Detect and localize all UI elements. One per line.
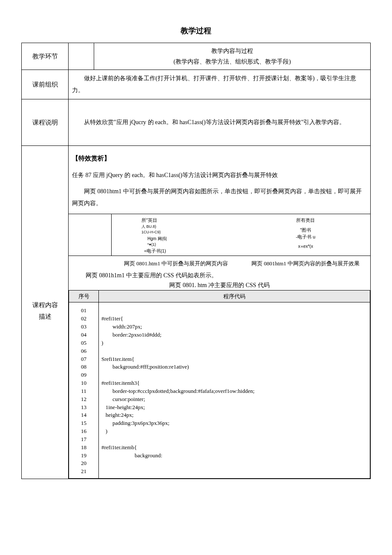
sub-note: 网页 0801h1m1 中主要应用的 CSS 代码如表所示。 bbox=[86, 271, 370, 280]
caption-right: 网页 0801htm1 中网页内容的折叠与展开效果 bbox=[241, 259, 370, 268]
content-label-line1: 课程内容 bbox=[25, 299, 65, 311]
fig-r-3: -电子书 u bbox=[245, 233, 366, 241]
figure-content: 所"英目 人 BU.8) 1CU-H-C9) Hgm 网(6| *●(1) ÷电… bbox=[112, 214, 370, 256]
task-line: 任务 87 应用 jQuery 的 each。和 hasC1ass()等方法设计… bbox=[72, 169, 367, 181]
fig-l-3: 1CU-H-C9) bbox=[141, 230, 237, 235]
fig-l-1: 所"英目 bbox=[141, 217, 237, 224]
pre-class-text: 做好上课前的各项准备工作(打开计算机、打开课件、打开软件、打开授课计划、教案等)… bbox=[72, 73, 367, 96]
caption-row: 网页 0801.htm1 中可折叠与展开的网页内容 网页 0801htm1 中网… bbox=[69, 259, 370, 268]
header-line2: (教学内容、教学方法、组织形式、教学手段) bbox=[98, 56, 367, 67]
content-label: 课程内容 描述 bbox=[22, 146, 69, 479]
header-col1: 教学环节 bbox=[22, 43, 69, 70]
caption-left: 网页 0801.htm1 中可折叠与展开的网页内容 bbox=[111, 259, 241, 268]
header-row: 教学环节 教学内容与过程 (教学内容、教学方法、组织形式、教学手段) bbox=[22, 43, 371, 70]
content-label-line2: 描述 bbox=[25, 311, 65, 323]
code-th-num: 序号 bbox=[69, 291, 99, 302]
figure-spacer bbox=[69, 214, 112, 256]
page-title: 教学过程 bbox=[21, 26, 371, 36]
fig-r-4: x∝ex*(x bbox=[245, 243, 366, 250]
figure-block: 所"英目 人 BU.8) 1CU-H-C9) Hgm 网(6| *●(1) ÷电… bbox=[69, 214, 370, 256]
figure-right: 所有类目 "图书 -电子书 u x∝ex*(x bbox=[241, 216, 371, 256]
fig-r-1: 所有类目 bbox=[245, 217, 366, 224]
code-table: 序号 程序代码 01 02 03 04 05 06 07 08 09 10 11… bbox=[69, 290, 370, 479]
code-th-code: 程序代码 bbox=[99, 291, 370, 302]
course-desc-text: 从特效欣赏"应用 jQucry 的 each。和 hasC1ass()等方法设计… bbox=[72, 116, 367, 128]
pre-class-label: 课前组织 bbox=[22, 70, 69, 99]
figure-left: 所"英目 人 BU.8) 1CU-H-C9) Hgm 网(6| *●(1) ÷电… bbox=[112, 216, 241, 256]
header-col2: 教学内容与过程 (教学内容、教学方法、组织形式、教学手段) bbox=[94, 43, 371, 70]
lesson-table: 教学环节 教学内容与过程 (教学内容、教学方法、组织形式、教学手段) 课前组织 … bbox=[21, 43, 371, 479]
row-pre-class: 课前组织 做好上课前的各项准备工作(打开计算机、打开课件、打开软件、打开授课计划… bbox=[22, 70, 371, 99]
fig-l-2: 人 BU.8) bbox=[141, 224, 237, 230]
figure-columns: 所"英目 人 BU.8) 1CU-H-C9) Hgm 网(6| *●(1) ÷电… bbox=[112, 216, 370, 256]
row-course-desc: 课程说明 从特效欣赏"应用 jQucry 的 each。和 hasC1ass()… bbox=[22, 99, 371, 146]
row-content: 课程内容 描述 【特效赏析】 任务 87 应用 jQuery 的 each。和 … bbox=[22, 146, 371, 479]
course-desc-label: 课程说明 bbox=[22, 99, 69, 146]
header-spacer bbox=[69, 43, 94, 70]
content-cell: 【特效赏析】 任务 87 应用 jQuery 的 each。和 hasC1ass… bbox=[69, 146, 371, 479]
pre-class-cell: 做好上课前的各项准备工作(打开计算机、打开课件、打开软件、打开授课计划、教案等)… bbox=[69, 70, 371, 99]
code-nums: 01 02 03 04 05 06 07 08 09 10 11 12 13 1… bbox=[69, 302, 99, 479]
course-desc-cell: 从特效欣赏"应用 jQucry 的 each。和 hasC1ass()等方法设计… bbox=[69, 99, 371, 146]
fig-l-6: ÷电子书|1) bbox=[141, 247, 237, 255]
effect-heading: 【特效赏析】 bbox=[72, 153, 367, 164]
content-para1: 网页 0801htm1 中可折叠与展开的网页内容如图所示，单击按钮，即可折叠网页… bbox=[72, 186, 367, 209]
header-line1: 教学内容与过程 bbox=[98, 46, 367, 56]
fig-l-5: *●(1) bbox=[141, 242, 237, 248]
code-body: #refi1ter{ width:207px; border:2pxso1id#… bbox=[99, 302, 370, 479]
fig-l-4: Hgm 网(6| bbox=[141, 235, 237, 242]
fig-r-2: "图书 bbox=[245, 227, 366, 234]
sub-note-center: 网页 0801. htm 冲主要应用的 CSS 代码 bbox=[69, 281, 370, 290]
